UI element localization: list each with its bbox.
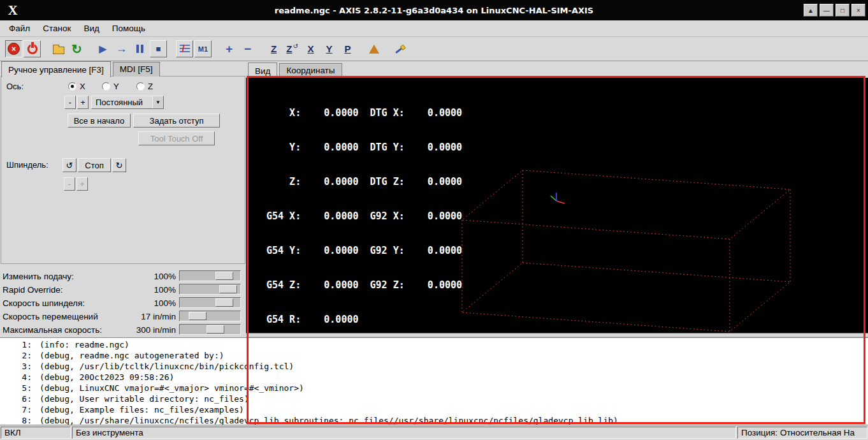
- brush-icon: [391, 40, 409, 57]
- menu-file[interactable]: Файл: [3, 22, 36, 35]
- jog-speed-label: Скорость перемещений: [3, 312, 98, 321]
- jog-mode-dropdown[interactable]: Постоянный ▼: [91, 96, 164, 109]
- zoom-in-button[interactable]: +: [221, 40, 238, 57]
- menu-help[interactable]: Помощь: [106, 22, 152, 35]
- gcode-line[interactable]: 5:(debug, LinuxCNC vmajor=#<_vmajor> vmi…: [0, 383, 868, 394]
- view-x-button[interactable]: X: [302, 40, 319, 57]
- axis-x-label[interactable]: X: [80, 82, 85, 91]
- menu-view[interactable]: Вид: [77, 22, 105, 35]
- view-y-button[interactable]: Y: [321, 40, 338, 57]
- statusbar: ВКЛ Без инструмента Позиция: Относительн…: [0, 425, 868, 440]
- toolbar: × ↻ ▶ → ■ / M1 + − Z Z ↺ X: [0, 37, 868, 61]
- spindle-override-row: Скорость шпинделя: 100%: [0, 297, 246, 310]
- open-file-button[interactable]: [50, 40, 67, 57]
- view-z-rotated-button[interactable]: Z ↺: [284, 40, 301, 57]
- home-all-button[interactable]: Все в начало: [68, 114, 131, 128]
- gcode-line[interactable]: 6:(debug, User writable directory: nc_fi…: [0, 394, 868, 405]
- gcode-line[interactable]: 4:(debug, 20Oct2023 09:58:26): [0, 372, 868, 383]
- estop-button[interactable]: ×: [5, 40, 22, 57]
- slider-handle[interactable]: [219, 285, 237, 293]
- feed-override-slider[interactable]: [179, 270, 241, 281]
- zoom-out-button[interactable]: −: [239, 40, 256, 57]
- rotate-view-button[interactable]: [365, 40, 382, 57]
- pane-divider[interactable]: [246, 333, 868, 337]
- gcode-listing[interactable]: 1:(info: readme.ngc) 2:(debug, readme.ng…: [0, 337, 868, 425]
- spindle-stop-button[interactable]: Стоп: [78, 158, 111, 172]
- gcode-line[interactable]: 8:(debug, /usr/share/linuxcnc/ncfiles/gl…: [0, 416, 868, 425]
- preview-canvas[interactable]: X: 0.0000 DTG X: 0.0000 Y: 0.0000 DTG Y:…: [246, 78, 868, 333]
- jog-speed-slider[interactable]: [179, 311, 241, 321]
- machine-power-button[interactable]: [24, 40, 41, 57]
- slider-handle[interactable]: [189, 312, 206, 320]
- axis-z-radio[interactable]: [136, 82, 145, 92]
- spindle-cw-button[interactable]: ↻: [112, 158, 126, 172]
- tab-manual-control[interactable]: Ручное управление [F3]: [1, 61, 111, 77]
- pause-button[interactable]: [131, 40, 148, 57]
- tab-dro[interactable]: Координаты: [279, 63, 342, 78]
- jog-frame: Ось: X Y Z - + Постоянный ▼ Все в начало…: [1, 76, 245, 264]
- axis-y-radio[interactable]: [102, 82, 110, 92]
- tab-mdi[interactable]: MDI [F5]: [113, 62, 160, 77]
- gcode-line[interactable]: 2:(debug, readme.ngc autogenerated by:): [0, 351, 868, 362]
- axis-z-label[interactable]: Z: [148, 82, 153, 91]
- menubar: Файл Станок Вид Помощь: [0, 20, 868, 37]
- position-mode-cell: Позиция: Относительная На: [737, 427, 867, 439]
- menu-machine[interactable]: Станок: [36, 22, 77, 35]
- manual-control-panel: Ручное управление [F3] MDI [F5] Ось: X Y…: [0, 61, 246, 337]
- slider-handle[interactable]: [215, 272, 233, 280]
- gcode-line[interactable]: 1:(info: readme.ngc): [0, 340, 868, 351]
- zoom-out-icon: −: [244, 42, 251, 56]
- run-button[interactable]: ▶: [94, 40, 112, 57]
- shade-button[interactable]: ▲: [804, 4, 818, 17]
- gcode-line[interactable]: 7:(debug, Example files: nc_files/exampl…: [0, 405, 868, 416]
- axis-x-radio[interactable]: [68, 82, 76, 92]
- spindle-ccw-button[interactable]: ↺: [62, 158, 76, 172]
- spindle-minus-button: -: [64, 177, 75, 191]
- minimize-button[interactable]: —: [820, 4, 834, 17]
- axis-y-label[interactable]: Y: [113, 82, 119, 91]
- optional-pause-toggle[interactable]: M1: [194, 40, 212, 57]
- jog-minus-button[interactable]: -: [64, 96, 76, 109]
- step-icon: →: [116, 42, 127, 55]
- origin-axes-icon: [551, 193, 565, 203]
- view-z-button[interactable]: Z: [265, 40, 282, 57]
- stop-button[interactable]: ■: [150, 40, 167, 57]
- view-p-icon: P: [344, 43, 351, 54]
- step-button[interactable]: →: [113, 40, 130, 57]
- spindle-override-slider[interactable]: [179, 297, 241, 308]
- tab-preview[interactable]: Вид: [248, 62, 277, 78]
- close-button[interactable]: ×: [851, 4, 865, 17]
- slider-handle[interactable]: [215, 298, 233, 307]
- rapid-override-slider[interactable]: [179, 284, 241, 295]
- max-velocity-value: 300 in/min: [96, 325, 176, 335]
- skip-lines-icon: /: [180, 45, 190, 53]
- view-p-button[interactable]: P: [339, 40, 356, 57]
- tool-status-cell: Без инструмента: [72, 427, 736, 439]
- jog-plus-button[interactable]: +: [77, 96, 89, 109]
- radio-x-icon: [68, 82, 76, 91]
- maximize-button[interactable]: □: [835, 4, 850, 17]
- left-tabs: Ручное управление [F3] MDI [F5]: [1, 61, 162, 77]
- cone-icon: [369, 45, 379, 54]
- stop-icon: ■: [156, 44, 161, 54]
- max-velocity-row: Максимальная скорость: 300 in/min: [0, 323, 246, 337]
- spindle-override-label: Скорость шпинделя:: [3, 298, 85, 308]
- reload-button[interactable]: ↻: [68, 40, 85, 57]
- slash-glyph: /: [182, 43, 185, 54]
- touch-off-button[interactable]: Задать отступ: [133, 114, 220, 128]
- titlebar: X readme.ngc - AXIS 2.8.2-11-g6a3d0a434 …: [0, 0, 868, 20]
- clear-plot-button[interactable]: [391, 40, 409, 57]
- tool-touch-off-button: Tool Touch Off: [138, 131, 215, 145]
- machine-state-cell: ВКЛ: [1, 427, 71, 439]
- gcode-line[interactable]: 3:(debug, /usr/lib/tcltk/linuxcnc/bin/pi…: [0, 362, 868, 372]
- max-velocity-slider[interactable]: [179, 324, 241, 335]
- run-icon: ▶: [99, 43, 106, 55]
- axis-label: Ось:: [6, 82, 24, 91]
- rapid-override-row: Rapid Override: 100%: [0, 283, 246, 297]
- folder-icon: [53, 47, 64, 54]
- skip-lines-toggle[interactable]: /: [176, 40, 193, 57]
- radio-z-icon: [136, 82, 145, 91]
- view-x-icon: X: [307, 43, 314, 54]
- rotate-arrow-glyph: ↺: [293, 43, 298, 50]
- slider-handle[interactable]: [206, 325, 224, 334]
